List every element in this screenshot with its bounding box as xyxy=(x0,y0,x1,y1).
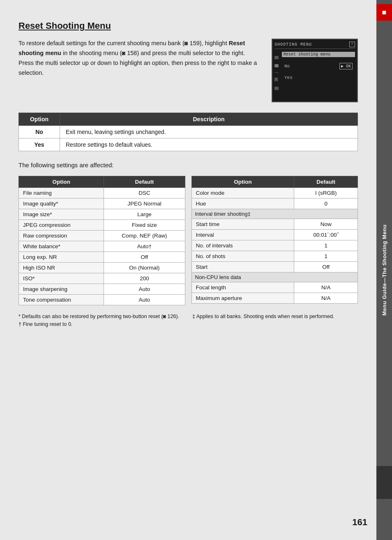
left-default-cell: Large xyxy=(104,209,185,220)
cam-no-label: No xyxy=(284,64,339,69)
page-number: 161 xyxy=(352,517,367,528)
options-col1-header: Option xyxy=(19,113,60,126)
right-settings-table: Option Default Color modeI (sRGB)Hue0Int… xyxy=(191,176,358,304)
interval-option-cell: Interval xyxy=(191,230,294,240)
cam-body: Reset shooting menu No ▶ OK Yes xyxy=(282,51,355,99)
cam-icon-camera xyxy=(274,56,279,59)
cam-title: SHOOTING MENU xyxy=(274,42,312,47)
option-cell: Yes xyxy=(19,138,60,151)
left-default-cell: Comp. NEF (Raw) xyxy=(104,231,185,241)
right-table-row: Hue0 xyxy=(191,198,358,209)
left-table-row: Raw compressionComp. NEF (Raw) xyxy=(19,231,185,241)
left-default-cell: Off xyxy=(104,252,185,263)
interval-option-cell: No. of shots xyxy=(191,251,294,262)
left-table-row: ISO*200 xyxy=(19,273,185,284)
left-table-row: White balance*Auto† xyxy=(19,241,185,252)
interval-table-row: No. of shots1 xyxy=(191,251,358,262)
description-cell: Restore settings to default values. xyxy=(60,138,358,151)
left-table-row: JPEG compressionFixed size xyxy=(19,220,185,231)
cam-left-icons xyxy=(274,56,279,90)
cam-icon-3 xyxy=(274,72,279,73)
footnote-left: * Defaults can also be restored by perfo… xyxy=(18,313,184,329)
left-option-cell: Tone compensation xyxy=(19,295,104,305)
left-table-row: High ISO NROn (Normal) xyxy=(19,263,185,273)
left-option-cell: Raw compression xyxy=(19,231,104,241)
right-option-cell: Color mode xyxy=(191,188,294,198)
sidebar-dark-block xyxy=(376,466,392,499)
noncpu-default-cell: N/A xyxy=(294,293,358,304)
interval-header-cell: Interval timer shooting‡ xyxy=(191,209,358,219)
options-table-row: NoExit menu, leaving settings unchanged. xyxy=(19,126,358,138)
cam-icon-4 xyxy=(274,78,278,82)
interval-default-cell: 1 xyxy=(294,240,358,251)
noncpu-table-row: Maximum apertureN/A xyxy=(191,293,358,304)
following-text: The following settings are affected: xyxy=(18,162,358,168)
left-table-row: Tone compensationAuto xyxy=(19,295,185,305)
page-container: ■ Menu Guide—The Shooting Menu Reset Sho… xyxy=(0,0,392,540)
right-col2-header: Default xyxy=(294,176,358,188)
left-option-cell: High ISO NR xyxy=(19,263,104,273)
noncpu-section-header: Non-CPU lens data xyxy=(191,272,358,282)
footnote-right-1: ‡ Applies to all banks. Shooting ends wh… xyxy=(192,313,358,321)
left-default-cell: Auto xyxy=(104,284,185,295)
left-default-cell: Auto xyxy=(104,295,185,305)
left-table-row: Image quality*JPEG Normal xyxy=(19,198,185,209)
left-option-cell: Image size* xyxy=(19,209,104,220)
interval-default-cell: Now xyxy=(294,219,358,230)
footnotes: * Defaults can also be restored by perfo… xyxy=(18,313,358,329)
left-table-row: Image size*Large xyxy=(19,209,185,220)
interval-table-row: No. of intervals1 xyxy=(191,240,358,251)
noncpu-table-row: Focal lengthN/A xyxy=(191,282,358,293)
left-default-cell: JPEG Normal xyxy=(104,198,185,209)
cam-yes-label: Yes xyxy=(282,74,355,81)
left-option-cell: White balance* xyxy=(19,241,104,252)
intro-section: To restore default settings for the curr… xyxy=(18,39,358,102)
right-default-cell: I (sRGB) xyxy=(294,188,358,198)
cam-header: SHOOTING MENU ? xyxy=(274,42,355,49)
left-default-cell: Auto† xyxy=(104,241,185,252)
left-default-cell: On (Normal) xyxy=(104,263,185,273)
cam-icon-2 xyxy=(274,64,279,67)
noncpu-option-cell: Maximum aperture xyxy=(191,293,294,304)
noncpu-option-cell: Focal length xyxy=(191,282,294,293)
option-cell: No xyxy=(19,126,60,138)
left-col2-header: Default xyxy=(104,176,185,188)
left-table-row: Image sharpeningAuto xyxy=(19,284,185,295)
left-default-cell: 200 xyxy=(104,273,185,284)
left-table-row: File namingDSC xyxy=(19,188,185,198)
interval-table-row: Start timeNow xyxy=(191,219,358,230)
interval-option-cell: No. of intervals xyxy=(191,240,294,251)
interval-option-cell: Start time xyxy=(191,219,294,230)
sidebar-top-icon: ■ xyxy=(376,4,392,21)
left-option-cell: Image sharpening xyxy=(19,284,104,295)
camera-display: SHOOTING MENU ? Reset shooting menu xyxy=(272,39,358,102)
noncpu-header-cell: Non-CPU lens data xyxy=(191,272,358,282)
interval-default-cell: Off xyxy=(294,262,358,272)
left-option-cell: JPEG compression xyxy=(19,220,104,231)
options-table-row: YesRestore settings to default values. xyxy=(19,138,358,151)
interval-section-header: Interval timer shooting‡ xyxy=(191,209,358,219)
left-settings-table: Option Default File namingDSCImage quali… xyxy=(18,176,185,305)
description-cell: Exit menu, leaving settings unchanged. xyxy=(60,126,358,138)
settings-tables-wrapper: Option Default File namingDSCImage quali… xyxy=(18,176,358,305)
left-option-cell: ISO* xyxy=(19,273,104,284)
left-option-cell: Long exp. NR xyxy=(19,252,104,263)
left-option-cell: File naming xyxy=(19,188,104,198)
left-option-cell: Image quality* xyxy=(19,198,104,209)
left-default-cell: Fixed size xyxy=(104,220,185,231)
left-table-row: Long exp. NROff xyxy=(19,252,185,263)
right-col1-header: Option xyxy=(191,176,294,188)
sidebar-tab: ■ Menu Guide—The Shooting Menu xyxy=(376,0,392,540)
sidebar-label: Menu Guide—The Shooting Menu xyxy=(381,224,387,316)
options-col2-header: Description xyxy=(60,113,358,126)
options-table: Option Description NoExit menu, leaving … xyxy=(18,113,358,151)
page-title: Reset Shooting Menu xyxy=(18,21,358,31)
interval-default-cell: 1 xyxy=(294,251,358,262)
cam-icon-5 xyxy=(274,87,279,90)
interval-table-row: StartOff xyxy=(191,262,358,272)
right-table-row: Color modeI (sRGB) xyxy=(191,188,358,198)
cam-question-icon: ? xyxy=(349,42,355,47)
cam-menu-item: Reset shooting menu xyxy=(282,52,355,57)
interval-table-row: Interval00:01´:00˝ xyxy=(191,230,358,240)
interval-default-cell: 00:01´:00˝ xyxy=(294,230,358,240)
